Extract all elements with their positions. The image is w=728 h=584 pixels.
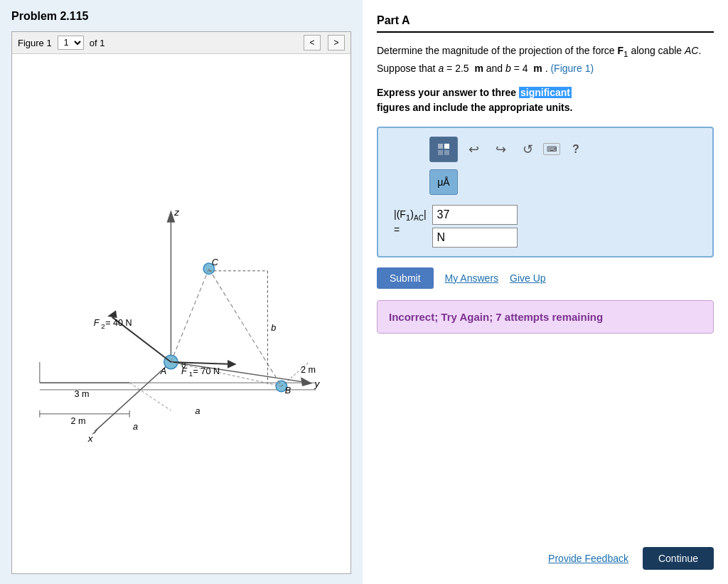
left-panel: Problem 2.115 Figure 1 1 of 1 < > z [0, 0, 363, 584]
input-row: |(F1)AC| = [387, 205, 704, 248]
svg-text:a: a [195, 406, 200, 416]
equation-text-1: |(F1)AC| [394, 208, 427, 220]
svg-rect-47 [438, 144, 443, 149]
svg-text:F: F [94, 318, 100, 328]
svg-text:F: F [181, 366, 188, 376]
figure-next-button[interactable]: > [328, 35, 345, 51]
figure-select[interactable]: 1 [58, 36, 84, 50]
equation-label: |(F1)AC| = [394, 208, 427, 238]
svg-rect-49 [438, 150, 443, 155]
answer-value-input[interactable] [432, 205, 518, 225]
significant-highlight: significant [519, 87, 572, 98]
svg-text:b: b [271, 323, 276, 333]
equation-equals: = [394, 224, 400, 235]
answer-unit-input[interactable] [432, 228, 518, 248]
svg-text:B: B [285, 386, 291, 395]
keyboard-button[interactable]: ⌨ [543, 143, 560, 155]
figure-of: of 1 [90, 38, 105, 48]
matrix-icon [437, 142, 451, 156]
problem-description: Determine the magnitude of the projectio… [377, 43, 714, 77]
submit-row: Submit My Answers Give Up [377, 267, 714, 289]
svg-text:C: C [212, 258, 219, 267]
figure-toolbar: Figure 1 1 of 1 < > [12, 32, 350, 54]
svg-text:x: x [87, 433, 94, 444]
right-panel: Part A Determine the magnitude of the pr… [363, 0, 728, 584]
svg-text:a: a [133, 422, 138, 432]
svg-text:3 m: 3 m [74, 389, 89, 399]
provide-feedback-button[interactable]: Provide Feedback [548, 553, 628, 564]
svg-text:z: z [173, 207, 179, 218]
toolbar-row: ↩ ↪ ↺ ⌨ ? [387, 137, 704, 162]
matrix-button[interactable] [429, 137, 458, 162]
figure-prev-button[interactable]: < [304, 35, 321, 51]
figure-label: Figure 1 [18, 38, 52, 48]
figure-drawing: z y x A θ B [12, 54, 350, 573]
svg-text:1: 1 [189, 370, 193, 378]
svg-text:= 40 N: = 40 N [105, 318, 132, 328]
give-up-button[interactable]: Give Up [510, 272, 546, 284]
svg-rect-0 [12, 169, 350, 459]
svg-rect-50 [444, 150, 449, 155]
express-instructions: Express your answer to three significant… [377, 85, 714, 115]
feedback-box: Incorrect; Try Again; 7 attempts remaini… [377, 300, 714, 334]
figure-link[interactable]: (Figure 1) [550, 63, 594, 74]
help-button[interactable]: ? [564, 138, 587, 161]
mu-label: μÅ [437, 176, 449, 188]
part-title: Part A [377, 14, 714, 33]
bottom-row: Provide Feedback Continue [377, 547, 714, 570]
svg-text:2 m: 2 m [71, 416, 86, 426]
answer-box: ↩ ↪ ↺ ⌨ ? μÅ |(F1)AC| = [377, 127, 714, 258]
problem-title: Problem 2.115 [11, 10, 351, 23]
my-answers-button[interactable]: My Answers [445, 272, 498, 284]
reset-button[interactable]: ↺ [516, 138, 539, 161]
svg-rect-48 [444, 144, 449, 149]
svg-text:y: y [314, 378, 320, 389]
continue-button[interactable]: Continue [643, 547, 714, 570]
figure-container: Figure 1 1 of 1 < > z [11, 31, 351, 574]
figure-svg: z y x A θ B [12, 54, 350, 573]
undo-button[interactable]: ↩ [462, 138, 485, 161]
redo-button[interactable]: ↪ [489, 138, 512, 161]
submit-button[interactable]: Submit [377, 267, 434, 289]
input-fields [432, 205, 518, 248]
svg-text:2 m: 2 m [301, 365, 316, 375]
svg-text:2: 2 [101, 322, 105, 330]
feedback-text: Incorrect; Try Again; 7 attempts remaini… [389, 311, 603, 323]
mu-button[interactable]: μÅ [429, 169, 458, 195]
svg-text:A: A [160, 366, 166, 376]
